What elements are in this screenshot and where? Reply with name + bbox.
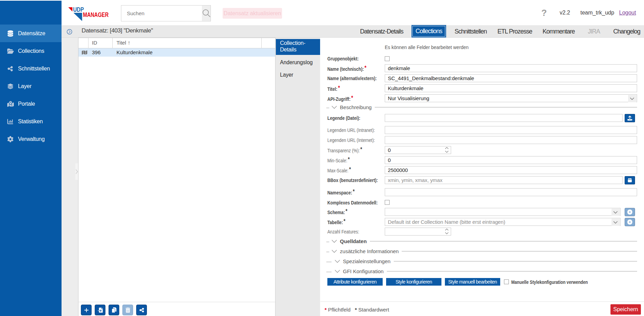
svg-text:UDP: UDP <box>73 7 84 13</box>
svg-text:MANAGER: MANAGER <box>83 11 109 18</box>
